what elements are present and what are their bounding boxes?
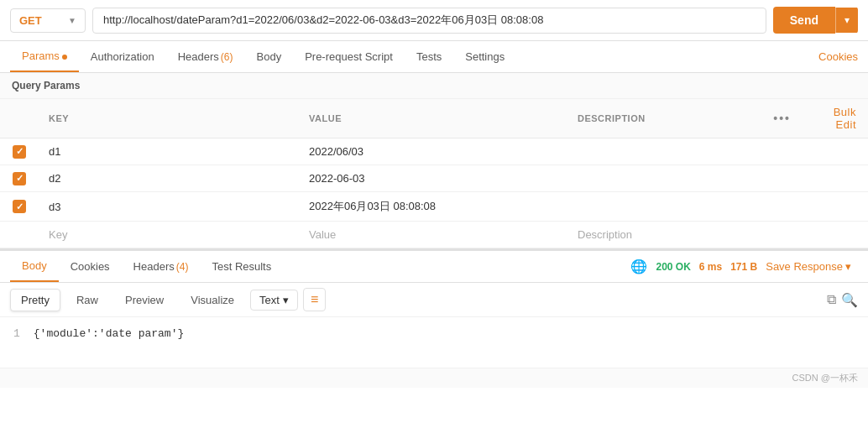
tab-test-results[interactable]: Test Results [200, 252, 283, 281]
response-toolbar: Pretty Raw Preview Visualize Text ▾ ≡ ⧉ … [0, 283, 868, 317]
key-value: d2 [39, 165, 299, 191]
section-title: Query Params [12, 80, 80, 91]
empty-key-cell[interactable]: Key [39, 222, 299, 248]
response-body: 1{'module':'date param'} [0, 317, 868, 368]
method-chevron: ▼ [68, 16, 76, 25]
desc-placeholder: Description [567, 222, 763, 248]
col-header-description: DESCRIPTION [567, 99, 763, 138]
tab-authorization-label: Authorization [91, 50, 154, 63]
row-desc-cell[interactable] [567, 192, 763, 222]
line-content: {'module':'date param'} [34, 327, 184, 340]
tab-tests[interactable]: Tests [405, 42, 453, 71]
tab-headers-label: Headers [178, 50, 219, 63]
tab-response-headers[interactable]: Headers(4) [122, 252, 201, 281]
col-header-check [0, 99, 39, 138]
method-selector[interactable]: GET ▼ [10, 8, 86, 33]
cookies-link[interactable]: Cookies [818, 42, 858, 71]
checkbox[interactable]: ✓ [13, 200, 26, 213]
line-number: 1 [13, 327, 20, 340]
search-icon[interactable]: 🔍 [841, 292, 858, 308]
row-menu-cell [763, 138, 801, 165]
tab-authorization[interactable]: Authorization [79, 42, 166, 71]
send-dropdown-button[interactable]: ▾ [835, 8, 858, 33]
checkbox[interactable]: ✓ [13, 145, 26, 159]
tab-response-cookies[interactable]: Cookies [59, 252, 122, 281]
globe-icon: 🌐 [630, 258, 647, 274]
copy-icon[interactable]: ⧉ [827, 292, 836, 307]
format-visualize-button[interactable]: Visualize [180, 289, 245, 311]
row-value-cell[interactable]: 2022-06-03 [299, 165, 567, 192]
row-desc-cell[interactable] [567, 165, 763, 192]
param-description [567, 172, 763, 185]
text-type-selector[interactable]: Text ▾ [250, 290, 298, 311]
tab-settings-label: Settings [465, 50, 505, 63]
status-area: 🌐 200 OK 6 ms 171 B Save Response ▾ [630, 258, 858, 274]
row-value-cell[interactable]: 2022年06月03日 08:08:08 [299, 192, 567, 222]
format-pretty-button[interactable]: Pretty [10, 289, 60, 311]
top-bar: GET ▼ Send ▾ [0, 0, 868, 41]
row-key-cell[interactable]: d1 [39, 138, 299, 165]
empty-bulk-cell [801, 222, 868, 248]
row-key-cell[interactable]: d3 [39, 192, 299, 222]
tab-params-label: Params [22, 50, 60, 62]
table-row: ✓ d3 2022年06月03日 08:08:08 [0, 192, 868, 222]
empty-value-cell[interactable]: Value [299, 222, 567, 248]
row-checkbox-cell: ✓ [0, 165, 39, 192]
text-type-chevron: ▾ [283, 294, 289, 306]
table-row: ✓ d2 2022-06-03 [0, 165, 868, 192]
value-placeholder: Value [299, 222, 567, 248]
save-response-button[interactable]: Save Response ▾ [766, 260, 851, 273]
row-menu-cell [763, 165, 801, 192]
param-value: 2022-06-03 [299, 165, 567, 191]
headers-badge: (6) [221, 51, 233, 63]
footer-brand: CSDN @一杯禾 [792, 372, 858, 384]
format-raw-button[interactable]: Raw [65, 289, 109, 311]
params-dot [62, 55, 67, 60]
col-header-menu[interactable]: ••• [763, 99, 801, 138]
row-bulk-cell [801, 165, 868, 192]
row-desc-cell[interactable] [567, 138, 763, 165]
param-value: 2022年06月03日 08:08:08 [299, 192, 567, 221]
checkbox[interactable]: ✓ [13, 172, 26, 185]
filter-icon[interactable]: ≡ [303, 288, 326, 311]
key-value: d1 [39, 138, 299, 164]
tab-prerequest[interactable]: Pre-request Script [293, 42, 405, 71]
tab-response-body[interactable]: Body [10, 251, 59, 282]
key-placeholder: Key [39, 222, 299, 248]
param-description [567, 145, 763, 159]
tab-body[interactable]: Body [245, 42, 294, 71]
tab-tests-label: Tests [416, 50, 442, 63]
tab-response-cookies-label: Cookies [71, 260, 110, 273]
status-size: 171 B [730, 261, 757, 273]
request-tabs: Params Authorization Headers(6) Body Pre… [0, 41, 868, 73]
url-input[interactable] [92, 8, 766, 34]
key-value: d3 [39, 194, 299, 220]
tab-test-results-label: Test Results [212, 260, 271, 273]
response-tabs: Body Cookies Headers(4) Test Results 🌐 2… [0, 249, 868, 283]
row-value-cell[interactable]: 2022/06/03 [299, 138, 567, 165]
tab-body-label: Body [257, 50, 282, 63]
tab-response-headers-label: Headers [133, 260, 175, 273]
tab-settings[interactable]: Settings [453, 42, 516, 71]
response-lines: 1{'module':'date param'} [13, 327, 855, 340]
row-key-cell[interactable]: d2 [39, 165, 299, 192]
table-row-empty: Key Value Description [0, 222, 868, 248]
tab-prerequest-label: Pre-request Script [305, 50, 393, 63]
tab-headers[interactable]: Headers(6) [166, 42, 245, 71]
empty-check-cell [0, 222, 39, 248]
save-response-chevron: ▾ [845, 260, 851, 273]
status-code: 200 OK [656, 261, 690, 273]
col-header-key: KEY [39, 99, 299, 138]
format-preview-button[interactable]: Preview [114, 289, 175, 311]
query-params-header: Query Params [0, 73, 868, 99]
save-response-label: Save Response [766, 260, 843, 273]
row-checkbox-cell: ✓ [0, 138, 39, 165]
col-header-bulk-edit[interactable]: Bulk Edit [801, 99, 868, 138]
tab-params[interactable]: Params [10, 41, 79, 72]
empty-desc-cell[interactable]: Description [567, 222, 763, 248]
param-description [567, 200, 763, 213]
send-button[interactable]: Send [773, 7, 835, 34]
text-type-label: Text [259, 294, 280, 306]
param-value: 2022/06/03 [299, 138, 567, 164]
params-table: KEY VALUE DESCRIPTION ••• Bulk Edit ✓ d1… [0, 99, 868, 248]
